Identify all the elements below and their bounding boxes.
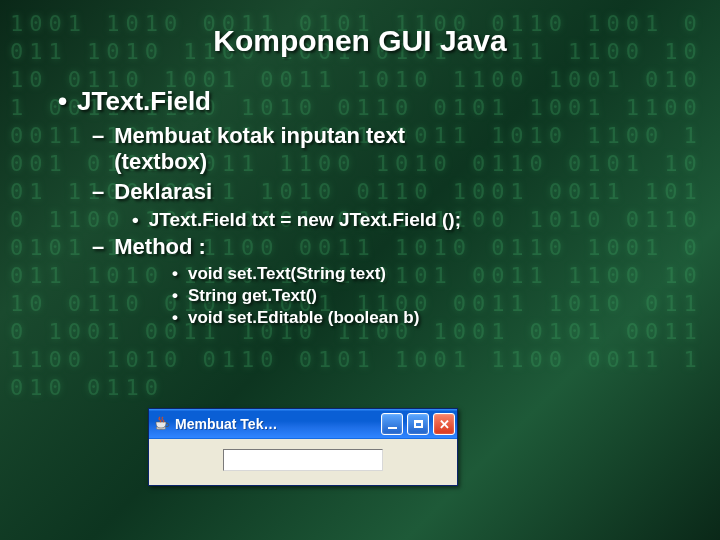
bullet-level3: JText.Field txt = new JText.Field (); — [132, 209, 662, 231]
minimize-button[interactable] — [381, 413, 403, 435]
level1-text: JText.Field — [77, 86, 211, 117]
window-title: Membuat Tek… — [175, 416, 377, 432]
level2-text: Deklarasi — [114, 179, 212, 205]
window-body — [149, 439, 457, 485]
level4-text: void set.Text(String text) — [188, 264, 386, 284]
level2-text-block: Membuat kotak inputan text (textbox) — [114, 123, 405, 175]
bullet-level2: Deklarasi — [92, 179, 662, 205]
close-icon: ✕ — [439, 417, 450, 432]
level3-text: JText.Field txt = new JText.Field (); — [149, 209, 461, 231]
slide-content: JText.Field Membuat kotak inputan text (… — [0, 58, 720, 328]
example-window: Membuat Tek… ✕ — [148, 408, 458, 486]
level4-text: void set.Editable (boolean b) — [188, 308, 419, 328]
bullet-level2: Method : — [92, 234, 662, 260]
maximize-button[interactable] — [407, 413, 429, 435]
dash-bullet-icon — [92, 179, 104, 205]
bullet-level4: String get.Text() — [172, 286, 662, 306]
level4-text: String get.Text() — [188, 286, 317, 306]
bullet-level4: void set.Text(String text) — [172, 264, 662, 284]
dash-bullet-icon — [92, 234, 104, 260]
slide-title: Komponen GUI Java — [0, 0, 720, 58]
disc-bullet-icon — [172, 264, 178, 284]
level2-text-line2: (textbox) — [114, 149, 405, 175]
demo-text-input[interactable] — [223, 449, 383, 471]
dash-bullet-icon — [92, 123, 104, 175]
window-titlebar[interactable]: Membuat Tek… ✕ — [149, 409, 457, 439]
bullet-level2: Membuat kotak inputan text (textbox) — [92, 123, 662, 175]
java-cup-icon — [153, 415, 171, 433]
disc-bullet-icon — [58, 86, 67, 117]
minimize-icon — [388, 427, 397, 429]
maximize-icon — [414, 420, 423, 428]
disc-bullet-icon — [172, 308, 178, 328]
level2-text-line1: Membuat kotak inputan text — [114, 123, 405, 149]
disc-bullet-icon — [132, 209, 139, 231]
slide: Komponen GUI Java JText.Field Membuat ko… — [0, 0, 720, 540]
close-button[interactable]: ✕ — [433, 413, 455, 435]
bullet-level1: JText.Field — [58, 86, 662, 117]
level2-text: Method : — [114, 234, 206, 260]
disc-bullet-icon — [172, 286, 178, 306]
bullet-level4: void set.Editable (boolean b) — [172, 308, 662, 328]
